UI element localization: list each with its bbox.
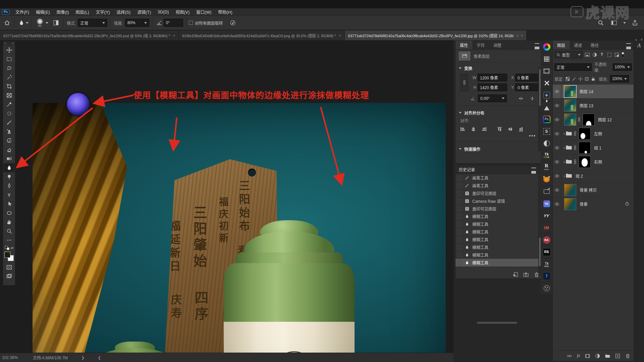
menu-select[interactable]: 选择(S) (113, 9, 134, 15)
type-tool[interactable]: T (3, 190, 15, 199)
history-step[interactable]: 模糊工具 (455, 243, 542, 251)
layer-row-selected[interactable]: 图层 14 (553, 84, 634, 99)
link-dimensions-icon[interactable] (460, 74, 468, 91)
history-step[interactable]: 盖印可见图层 (455, 189, 542, 197)
menu-3d[interactable]: 3D(D) (154, 10, 172, 14)
path-select-tool[interactable] (3, 199, 15, 208)
seven-extension-icon[interactable]: 7 (541, 270, 552, 282)
layer-name[interactable]: 背景 拷贝 (580, 187, 597, 193)
lock-all-icon[interactable] (591, 77, 595, 81)
flip-vertical-icon[interactable] (530, 96, 535, 101)
screen-mode-icon[interactable] (3, 272, 15, 281)
brush-tool[interactable] (3, 118, 15, 127)
blur-tool-selected[interactable] (3, 163, 15, 172)
visibility-eye-icon[interactable] (553, 141, 561, 155)
document-canvas[interactable]: 三阳始布 寿禄延长 福庆初新 三阳肇始 四序 福延新日 庆寿 慢生 (33, 103, 446, 362)
layer-name[interactable]: 左侧 (594, 131, 602, 136)
tk-panel-extension-icon[interactable]: Tk (541, 149, 552, 162)
crop-tool[interactable] (3, 82, 15, 91)
align-bottom-icon[interactable] (519, 127, 524, 132)
quick-actions-header[interactable]: 快速操作 (455, 143, 542, 153)
y-input[interactable]: 0 像素 (515, 83, 540, 91)
edit-toolbar-icon[interactable] (3, 236, 15, 245)
layer-mask-thumbnail[interactable] (579, 156, 591, 168)
link-layers-icon[interactable] (567, 354, 572, 358)
expand-chevron-icon[interactable]: › (564, 131, 565, 136)
panel-menu-icon[interactable] (535, 43, 539, 48)
film-extension-icon[interactable] (541, 65, 552, 77)
tablet-extension-icon[interactable] (541, 186, 552, 198)
foreground-color[interactable] (4, 252, 10, 258)
grid-extension-icon[interactable] (541, 53, 552, 65)
status-arrows[interactable]: ❯ ❮ (81, 355, 107, 360)
share-icon[interactable] (631, 18, 639, 27)
new-group-icon[interactable] (605, 354, 610, 358)
close-tab-icon[interactable]: × (521, 34, 523, 38)
tab-paths[interactable]: 路径 (586, 41, 603, 49)
collapse-panels-icon[interactable]: « (635, 38, 637, 42)
layer-mask-thumbnail[interactable] (583, 114, 595, 126)
document-tab-png[interactable]: 91f9e33fbd1454d61b6ce9afc9aa5893c424af2a… (179, 31, 345, 40)
filter-shape-layers-icon[interactable] (606, 52, 612, 58)
tab-channels[interactable]: 通道 (570, 41, 586, 49)
width-input[interactable]: 1200 像素 (478, 74, 507, 81)
fill-select[interactable]: 100% (610, 75, 629, 82)
mode-select[interactable]: 正常 (78, 19, 107, 27)
opacity-select[interactable]: 100% (613, 63, 632, 71)
filter-smart-objects-icon[interactable] (614, 52, 620, 58)
group-row[interactable]: › 右侧 (553, 155, 634, 169)
color-wheel-extension-icon[interactable] (541, 41, 552, 53)
align-center-v-icon[interactable] (508, 127, 513, 132)
lock-artboard-icon[interactable] (585, 77, 589, 81)
layer-thumbnail[interactable] (564, 114, 576, 126)
layer-thumbnail[interactable] (564, 184, 576, 196)
new-document-from-state-icon[interactable] (513, 272, 518, 277)
layer-name[interactable]: 背景 (580, 201, 588, 207)
filter-pixel-layers-icon[interactable] (584, 52, 590, 58)
pen-pressure-icon[interactable] (228, 18, 237, 27)
marquee-tool[interactable] (3, 55, 15, 64)
ps-hexagon-extension-icon[interactable]: Ps (541, 113, 552, 125)
im-extension-icon[interactable]: IM (541, 222, 552, 234)
pen-tool[interactable] (3, 181, 15, 190)
blur-tool-preset-icon[interactable] (17, 18, 26, 27)
lock-pixels-icon[interactable] (572, 77, 576, 81)
group-row[interactable]: › 组 2 (553, 169, 634, 183)
glyphs-panel-icon[interactable]: A (635, 42, 643, 50)
filter-type-layers-icon[interactable]: T (599, 52, 605, 58)
tab-properties[interactable]: 属性 (455, 41, 472, 49)
lock-transparent-icon[interactable] (566, 77, 570, 81)
layer-style-fx-icon[interactable]: fx (577, 353, 580, 358)
angle-input[interactable]: 0° (164, 19, 183, 27)
tiger-extension-icon[interactable] (541, 174, 552, 186)
layers-menu-icon[interactable] (626, 43, 631, 48)
align-left-icon[interactable] (460, 127, 465, 132)
mask-link-icon[interactable] (574, 131, 577, 136)
history-brush-tool[interactable] (3, 136, 15, 145)
visibility-eye-icon[interactable] (553, 127, 561, 141)
history-step[interactable]: 模糊工具 (455, 220, 542, 228)
eraser-tool[interactable] (3, 145, 15, 154)
close-tab-icon[interactable]: × (173, 34, 175, 38)
flip-horizontal-icon[interactable] (518, 96, 524, 101)
clone-stamp-tool[interactable] (3, 127, 15, 136)
tk-square-extension-icon[interactable]: TK (541, 198, 552, 210)
height-input[interactable]: 1420 像素 (478, 83, 507, 91)
tab-overflow-icon[interactable]: » (517, 34, 518, 38)
brushes-extension-icon[interactable] (541, 77, 552, 89)
zoom-level-value[interactable]: 102.38% (2, 355, 29, 360)
yy-extension-icon[interactable]: YY (541, 210, 552, 222)
magic-wand-tool[interactable] (3, 73, 15, 82)
strength-caret[interactable] (143, 19, 149, 27)
history-step[interactable]: 画笔工具 (455, 182, 542, 189)
transform-section-header[interactable]: 变换 (455, 63, 542, 72)
home-icon[interactable] (3, 18, 11, 27)
frame-tool[interactable] (3, 91, 15, 100)
history-step-selected[interactable]: 模糊工具 (455, 259, 542, 266)
add-mask-icon[interactable] (585, 354, 590, 358)
yinyang-extension-icon[interactable] (541, 137, 552, 149)
delete-layer-icon[interactable] (625, 354, 630, 358)
filter-adjustment-layers-icon[interactable] (592, 52, 597, 58)
close-panel-icon[interactable]: × (641, 38, 643, 42)
history-step[interactable]: 模糊工具 (455, 213, 542, 220)
